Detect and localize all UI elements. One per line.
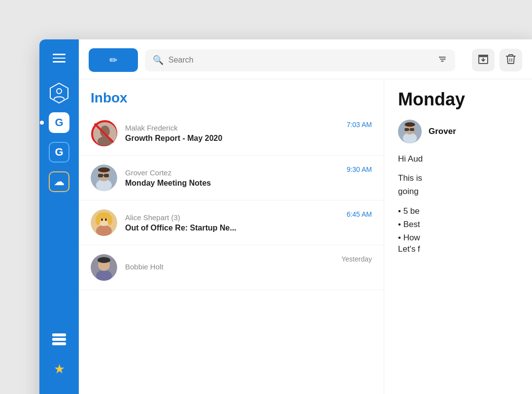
toolbar: ✏ 🔍 [79,39,532,79]
email-time-alice: 6:45 AM [347,210,372,218]
svg-point-33 [105,219,107,221]
svg-point-31 [107,215,112,225]
hamburger-line-2 [53,58,66,59]
g-outline-icon: G [49,142,69,163]
svg-point-9 [442,60,443,62]
email-item-bobbie[interactable]: Bobbie Holt Yesterday [79,245,384,290]
hamburger-line-1 [53,54,66,55]
g-solid-icon: G [49,112,69,133]
email-time-bobbie: Yesterday [341,255,372,263]
search-bar: 🔍 [145,49,455,71]
svg-point-0 [57,89,62,94]
svg-point-8 [444,58,446,60]
main-panel: ✏ 🔍 [79,39,532,394]
grover-avatar-svg [91,164,117,191]
sidebar-item-user[interactable] [47,81,71,105]
inbox-title: Inbox [79,79,384,111]
svg-rect-3 [52,342,66,345]
filter-icon[interactable] [437,54,447,66]
sidebar-item-cloud[interactable]: ☁ [47,169,71,194]
preview-body: Hi Aud This is going 5 be Best How [398,152,518,244]
svg-rect-2 [52,338,66,341]
email-content-malak: Malak Frederick Growth Report - May 2020 [125,124,339,143]
content-area: Inbox [79,79,532,394]
compose-icon: ✏ [109,54,118,66]
preview-avatar-svg [398,120,422,143]
search-icon: 🔍 [153,55,164,66]
svg-point-44 [404,122,415,127]
email-subject-malak: Growth Report - May 2020 [125,134,339,143]
preview-bullets: 5 be Best How [398,204,518,245]
sidebar: G G ☁ ★ [39,39,79,394]
svg-rect-1 [52,333,66,336]
email-item-grover[interactable]: Grover Cortez Monday Meeting Notes 9:30 … [79,156,384,200]
search-input[interactable] [168,56,432,65]
preview-avatar [398,120,422,143]
sidebar-item-favorites[interactable]: ★ [47,357,71,381]
email-sender-bobbie: Bobbie Holt [125,263,333,271]
avatar-malak [91,120,117,146]
preview-body-text: This is going [398,171,518,198]
email-time-grover: 9:30 AM [347,165,372,173]
user-hex-icon [48,82,70,104]
archive-icon [477,53,489,67]
preview-panel: Monday Grover [384,79,532,394]
email-sender-alice: Alice Shepart (3) [125,213,339,222]
email-content-bobbie: Bobbie Holt [125,263,333,273]
svg-point-30 [96,215,100,225]
svg-rect-10 [478,55,488,57]
svg-rect-42 [410,128,414,131]
avatar-grover [91,164,117,191]
bobbie-avatar-svg [91,254,117,281]
sidebar-item-stack[interactable] [47,327,71,352]
svg-point-7 [439,56,441,58]
delete-button[interactable] [499,49,522,71]
compose-button[interactable]: ✏ [89,48,138,72]
preview-sender-name: Grover [429,127,456,136]
email-sender-grover: Grover Cortez [125,168,339,177]
email-list-panel: Inbox [79,79,384,394]
preview-closing: Let's f [398,244,518,254]
email-sender-malak: Malak Frederick [125,124,339,132]
toolbar-actions [472,49,522,71]
archive-button[interactable] [472,49,495,71]
layers-icon [49,329,69,350]
svg-point-25 [98,167,110,172]
email-item-malak[interactable]: Malak Frederick Growth Report - May 2020… [79,111,384,156]
hamburger-menu[interactable] [48,47,70,69]
email-content-grover: Grover Cortez Monday Meeting Notes [125,168,339,188]
email-subject-alice: Out of Office Re: Startup Ne... [125,224,339,232]
svg-point-37 [98,257,110,263]
alice-avatar-svg [91,209,117,236]
trash-icon [505,53,517,67]
preview-greeting: Hi Aud [398,152,518,165]
svg-rect-23 [104,174,109,177]
avatar-bobbie [91,254,117,281]
hamburger-line-3 [53,61,66,63]
preview-bullet-1: 5 be [398,204,518,218]
svg-rect-22 [98,174,103,177]
sidebar-item-g-solid[interactable]: G [47,110,71,135]
email-time-malak: 7:03 AM [347,121,372,129]
sidebar-item-g-outline[interactable]: G [47,140,71,164]
preview-bullet-2: Best [398,218,518,231]
email-content-alice: Alice Shepart (3) Out of Office Re: Star… [125,213,339,232]
cloud-icon: ☁ [49,171,69,192]
star-icon: ★ [49,359,69,379]
svg-rect-41 [404,128,409,131]
avatar-alice [91,209,117,236]
email-subject-grover: Monday Meeting Notes [125,179,339,188]
preview-bullet-3: How [398,231,518,244]
email-list: Malak Frederick Growth Report - May 2020… [79,111,384,394]
preview-sender-row: Grover [398,120,518,143]
email-item-alice[interactable]: Alice Shepart (3) Out of Office Re: Star… [79,200,384,245]
preview-day-label: Monday [398,89,518,110]
malak-avatar-svg [91,120,117,146]
svg-point-32 [101,219,103,221]
